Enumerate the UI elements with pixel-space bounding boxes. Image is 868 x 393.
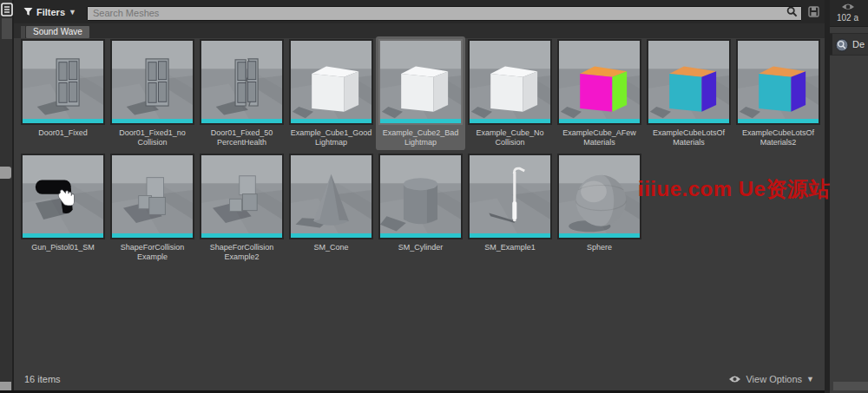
asset-type-color-bar bbox=[291, 119, 372, 123]
asset-tile[interactable]: ShapeForCollision Example2 bbox=[200, 154, 284, 262]
asset-type-color-bar bbox=[380, 119, 461, 123]
asset-thumbnail bbox=[378, 39, 463, 125]
save-search-icon[interactable] bbox=[808, 6, 819, 17]
content-browser-window: Filters ▼ Sound Wave Door01_FixedDoor01_… bbox=[0, 0, 868, 393]
asset-label: SM_Cone bbox=[289, 243, 373, 252]
chevron-down-icon: ▼ bbox=[69, 8, 76, 16]
view-options-label: View Options bbox=[746, 374, 802, 384]
asset-tile[interactable]: Door01_Fixed_50 PercentHealth bbox=[200, 39, 284, 147]
search-icon[interactable] bbox=[786, 6, 798, 17]
asset-type-color-bar bbox=[201, 233, 282, 238]
funnel-icon bbox=[23, 7, 33, 16]
asset-thumbnail bbox=[647, 39, 731, 125]
view-options-button[interactable]: View Options ▼ bbox=[728, 374, 814, 384]
asset-tile[interactable]: ExampleCubeLotsOf Materials2 bbox=[736, 39, 820, 147]
status-bar: 16 items View Options ▼ bbox=[14, 368, 825, 390]
right-panel-folder-row[interactable]: De bbox=[830, 33, 868, 56]
eye-icon bbox=[728, 375, 741, 383]
asset-type-color-bar bbox=[470, 119, 550, 123]
right-panel-eye-icon[interactable] bbox=[841, 3, 855, 11]
asset-thumbnail bbox=[110, 39, 194, 125]
asset-label: Door01_Fixed_50 PercentHealth bbox=[200, 128, 284, 147]
asset-tile[interactable]: SM_Cone bbox=[289, 154, 373, 262]
asset-grid-row-1: Door01_FixedDoor01_Fixed1_no CollisionDo… bbox=[14, 39, 823, 147]
asset-thumbnail bbox=[736, 39, 820, 125]
asset-grid-row-2: Gun_Pistol01_SMShapeForCollision Example… bbox=[14, 154, 644, 262]
asset-thumbnail bbox=[21, 39, 105, 125]
browser-toolbar: Filters ▼ bbox=[14, 0, 825, 23]
asset-label: ShapeForCollision Example2 bbox=[200, 243, 284, 262]
asset-type-color-bar bbox=[648, 119, 729, 123]
asset-tile[interactable]: Example_Cube_No Collision bbox=[468, 39, 552, 147]
asset-type-color-bar bbox=[23, 119, 103, 123]
item-count: 16 items bbox=[24, 374, 61, 384]
active-filters-row: Sound Wave bbox=[14, 23, 825, 38]
asset-tile[interactable]: ShapeForCollision Example bbox=[110, 154, 194, 262]
chevron-down-icon: ▼ bbox=[806, 375, 814, 383]
asset-thumbnail bbox=[200, 154, 284, 239]
asset-thumbnail bbox=[110, 154, 194, 239]
right-panel-item-count: 102 a bbox=[837, 13, 858, 23]
asset-tile[interactable]: SM_Cylinder bbox=[378, 154, 463, 262]
asset-type-color-bar bbox=[112, 233, 193, 238]
asset-type-color-bar bbox=[291, 233, 372, 238]
asset-tile[interactable]: Gun_Pistol01_SM bbox=[21, 154, 105, 262]
sources-strip-block bbox=[2, 18, 12, 39]
filter-chip-notch bbox=[21, 26, 25, 38]
asset-label: Example_Cube2_Bad Lightmap bbox=[378, 128, 463, 147]
asset-tile[interactable]: Sphere bbox=[557, 154, 641, 262]
asset-label: Sphere bbox=[557, 243, 641, 252]
search-input[interactable] bbox=[87, 6, 802, 21]
asset-thumbnail bbox=[289, 39, 373, 125]
sources-strip bbox=[0, 0, 14, 393]
asset-label: ShapeForCollision Example bbox=[110, 243, 194, 262]
sources-strip-bottom bbox=[0, 382, 11, 390]
search-box bbox=[87, 4, 802, 19]
asset-label: SM_Cylinder bbox=[378, 243, 463, 252]
asset-thumbnail bbox=[557, 154, 641, 239]
asset-type-color-bar bbox=[738, 119, 819, 123]
right-mini-panel: 102 a De bbox=[830, 0, 868, 393]
asset-tile[interactable]: SM_Example1 bbox=[468, 154, 552, 262]
asset-thumbnail bbox=[378, 154, 463, 239]
asset-label: ExampleCube_AFew Materials bbox=[557, 128, 641, 147]
asset-type-color-bar bbox=[559, 233, 640, 238]
asset-type-color-bar bbox=[559, 119, 640, 123]
filter-chip-sound-wave[interactable]: Sound Wave bbox=[26, 26, 89, 38]
right-panel-header: 102 a bbox=[830, 0, 868, 27]
asset-type-color-bar bbox=[23, 233, 103, 238]
asset-label: Gun_Pistol01_SM bbox=[21, 243, 105, 252]
asset-label: Door01_Fixed bbox=[21, 128, 105, 138]
asset-label: ExampleCubeLotsOf Materials2 bbox=[736, 128, 820, 147]
asset-tile[interactable]: Door01_Fixed bbox=[21, 39, 105, 147]
folder-row-notch bbox=[830, 34, 832, 55]
asset-type-color-bar bbox=[470, 233, 550, 238]
sources-panel-icon[interactable] bbox=[1, 3, 13, 16]
sources-expand-handle[interactable] bbox=[0, 167, 11, 179]
asset-tile[interactable]: Example_Cube2_Bad Lightmap bbox=[378, 39, 463, 147]
right-panel-folder-label: De bbox=[852, 39, 865, 49]
asset-label: ExampleCubeLotsOf Materials bbox=[647, 128, 731, 147]
watermark-text: iiiue.com Ue资源站 bbox=[638, 175, 830, 203]
asset-thumbnail bbox=[468, 154, 552, 239]
asset-type-color-bar bbox=[112, 119, 193, 123]
asset-tile[interactable]: ExampleCube_AFew Materials bbox=[557, 39, 641, 147]
asset-thumbnail bbox=[289, 154, 373, 239]
asset-label: SM_Example1 bbox=[468, 243, 552, 252]
asset-thumbnail bbox=[468, 39, 552, 125]
right-panel-bottom bbox=[833, 382, 868, 390]
asset-label: Example_Cube1_Good Lightmap bbox=[289, 128, 373, 147]
asset-tile[interactable]: Example_Cube1_Good Lightmap bbox=[289, 39, 373, 147]
filters-button[interactable]: Filters ▼ bbox=[23, 7, 76, 17]
asset-thumbnail bbox=[200, 39, 284, 125]
asset-thumbnail bbox=[21, 154, 105, 239]
asset-thumbnail bbox=[557, 39, 641, 125]
magnifier-question-icon bbox=[835, 38, 849, 52]
filters-label: Filters bbox=[36, 7, 65, 17]
asset-label: Door01_Fixed1_no Collision bbox=[110, 128, 194, 147]
asset-label: Example_Cube_No Collision bbox=[468, 128, 552, 147]
asset-type-color-bar bbox=[380, 233, 461, 238]
asset-tile[interactable]: ExampleCubeLotsOf Materials bbox=[647, 39, 731, 147]
asset-type-color-bar bbox=[201, 119, 282, 123]
asset-tile[interactable]: Door01_Fixed1_no Collision bbox=[110, 39, 194, 147]
